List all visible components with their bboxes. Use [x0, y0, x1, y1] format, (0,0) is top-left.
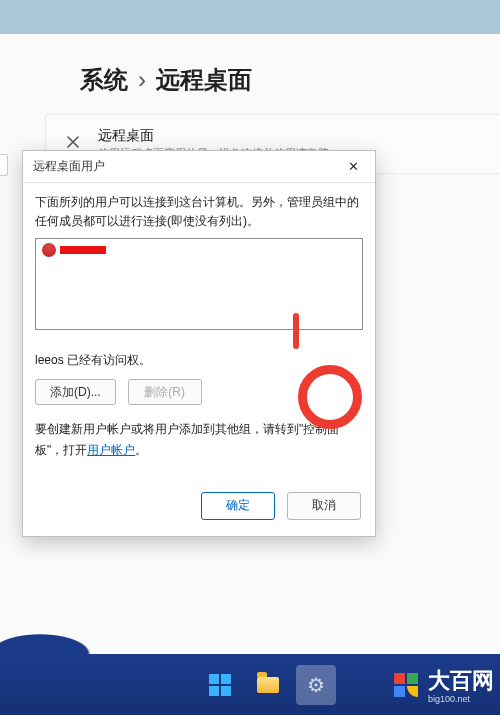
close-icon: ✕ — [348, 159, 359, 174]
settings-taskbar-button[interactable]: ⚙ — [296, 665, 336, 705]
chevron-right-icon: › — [138, 66, 146, 94]
brand-logo-icon — [394, 673, 418, 697]
brand-name: 大百网 — [428, 666, 494, 696]
gear-icon: ⚙ — [305, 674, 327, 696]
user-icon — [42, 243, 56, 257]
window-titlebar — [0, 0, 500, 34]
hint-text: 要创建新用户帐户或将用户添加到其他组，请转到"控制面板"，打开用户帐户。 — [35, 419, 363, 460]
remote-desktop-users-dialog: 远程桌面用户 ✕ 下面所列的用户可以连接到这台计算机。另外，管理员组中的任何成员… — [22, 150, 376, 537]
user-accounts-link[interactable]: 用户帐户 — [87, 443, 135, 457]
page-title: 远程桌面 — [156, 64, 252, 96]
file-explorer-button[interactable] — [248, 665, 288, 705]
breadcrumb: 系统 › 远程桌面 — [0, 64, 500, 114]
breadcrumb-root[interactable]: 系统 — [80, 64, 128, 96]
start-button[interactable] — [200, 665, 240, 705]
section-title: 远程桌面 — [98, 127, 329, 145]
dialog-title: 远程桌面用户 — [33, 158, 105, 175]
nav-back-button[interactable] — [0, 154, 8, 176]
taskbar: ⚙ 大百网 big100.net — [0, 654, 500, 715]
username-redacted — [60, 246, 106, 254]
users-listbox[interactable] — [35, 238, 363, 330]
cancel-button[interactable]: 取消 — [287, 492, 361, 520]
watermark: 大百网 big100.net — [394, 666, 500, 704]
ok-button[interactable]: 确定 — [201, 492, 275, 520]
permission-text: leeos 已经有访问权。 — [35, 352, 363, 369]
remove-button[interactable]: 删除(R) — [128, 379, 202, 405]
close-button[interactable]: ✕ — [341, 155, 365, 179]
hint-suffix: 。 — [135, 443, 147, 457]
folder-icon — [257, 677, 279, 693]
hint-prefix: 要创建新用户帐户或将用户添加到其他组，请转到"控制面板"，打开 — [35, 422, 339, 456]
list-item[interactable] — [42, 243, 356, 257]
dialog-description: 下面所列的用户可以连接到这台计算机。另外，管理员组中的任何成员都可以进行连接(即… — [35, 193, 363, 230]
add-button[interactable]: 添加(D)... — [35, 379, 116, 405]
windows-icon — [209, 674, 231, 696]
